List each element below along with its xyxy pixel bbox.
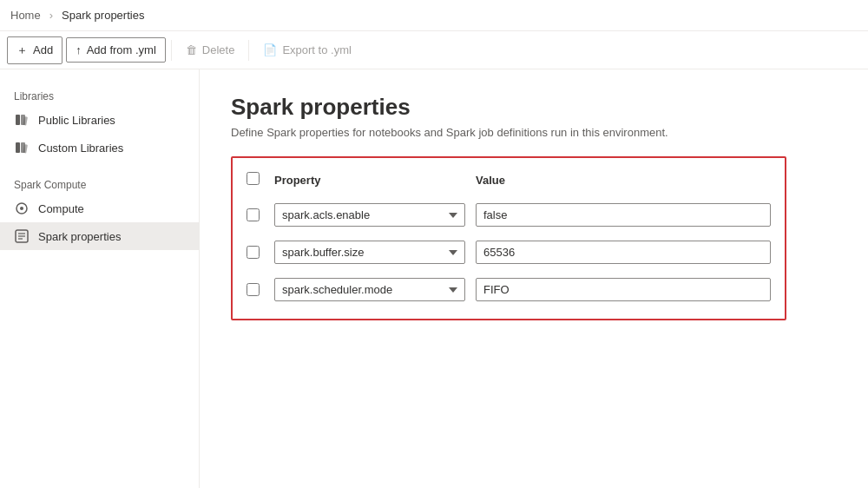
- row-1-checkbox-cell: [247, 208, 264, 221]
- toolbar: ＋ Add ↑ Add from .yml 🗑 Delete 📄 Export …: [0, 31, 868, 69]
- row-3-checkbox[interactable]: [247, 283, 260, 296]
- row-1-checkbox[interactable]: [247, 208, 260, 221]
- compute-icon: [14, 201, 30, 216]
- sidebar-item-compute[interactable]: Compute: [0, 195, 199, 222]
- properties-table: Property Value spark.acls.enable spark.b…: [231, 156, 786, 320]
- libraries-section-label: Libraries: [0, 83, 199, 106]
- row-2-property-cell: spark.acls.enable spark.buffer.size spar…: [274, 241, 465, 264]
- delete-icon: 🗑: [186, 43, 197, 56]
- main-layout: Libraries Public Libraries Custom Librar…: [0, 69, 868, 488]
- sidebar-item-public-libraries[interactable]: Public Libraries: [0, 106, 199, 134]
- sidebar-item-custom-libraries[interactable]: Custom Libraries: [0, 134, 199, 162]
- row-3-value-cell: [476, 278, 771, 301]
- add-button[interactable]: ＋ Add: [7, 36, 62, 64]
- sidebar-item-spark-properties[interactable]: Spark properties: [0, 222, 199, 250]
- row-1-property-cell: spark.acls.enable spark.buffer.size spar…: [274, 203, 465, 227]
- custom-libraries-label: Custom Libraries: [38, 142, 123, 155]
- row-2-value-input[interactable]: [476, 241, 771, 264]
- breadcrumb: Home › Spark properties: [0, 0, 868, 31]
- row-3-checkbox-cell: [247, 283, 264, 296]
- row-2-value-cell: [476, 241, 771, 264]
- column-property-header: Property: [274, 174, 465, 187]
- export-label: Export to .yml: [282, 43, 351, 56]
- breadcrumb-home[interactable]: Home: [10, 9, 41, 22]
- table-row: spark.acls.enable spark.buffer.size spar…: [247, 234, 771, 271]
- add-from-yml-button[interactable]: ↑ Add from .yml: [66, 37, 166, 63]
- spark-compute-section-label: Spark Compute: [0, 172, 199, 195]
- toolbar-separator-2: [248, 40, 249, 61]
- add-from-yml-label: Add from .yml: [87, 43, 156, 56]
- public-libraries-label: Public Libraries: [38, 114, 115, 127]
- toolbar-separator: [171, 40, 172, 61]
- breadcrumb-separator: ›: [49, 9, 53, 22]
- table-row: spark.acls.enable spark.buffer.size spar…: [247, 196, 771, 234]
- export-icon: 📄: [263, 43, 277, 56]
- header-checkbox-spacer: [247, 172, 264, 188]
- delete-label: Delete: [202, 43, 235, 56]
- spark-properties-label: Spark properties: [38, 230, 121, 243]
- export-button[interactable]: 📄 Export to .yml: [254, 38, 359, 62]
- row-2-property-select[interactable]: spark.acls.enable spark.buffer.size spar…: [274, 241, 465, 264]
- public-libraries-icon: [14, 112, 30, 128]
- row-2-checkbox-cell: [247, 246, 264, 259]
- select-all-checkbox[interactable]: [247, 172, 260, 185]
- row-1-value-input[interactable]: [476, 203, 771, 227]
- table-header-row: Property Value: [247, 168, 771, 196]
- row-3-property-select[interactable]: spark.acls.enable spark.buffer.size spar…: [274, 278, 465, 301]
- row-2-checkbox[interactable]: [247, 246, 260, 259]
- delete-button[interactable]: 🗑 Delete: [177, 38, 244, 62]
- svg-rect-0: [16, 115, 20, 125]
- custom-libraries-icon: [14, 140, 30, 155]
- upload-icon: ↑: [76, 43, 82, 56]
- row-1-property-select[interactable]: spark.acls.enable spark.buffer.size spar…: [274, 203, 465, 227]
- row-3-property-cell: spark.acls.enable spark.buffer.size spar…: [274, 278, 465, 301]
- compute-label: Compute: [38, 202, 84, 215]
- add-icon: ＋: [16, 43, 28, 58]
- breadcrumb-current: Spark properties: [62, 9, 144, 22]
- sidebar: Libraries Public Libraries Custom Librar…: [0, 69, 200, 488]
- main-content: Spark properties Define Spark properties…: [200, 69, 868, 488]
- table-row: spark.acls.enable spark.buffer.size spar…: [247, 271, 771, 308]
- svg-rect-3: [16, 142, 20, 153]
- page-title: Spark properties: [231, 94, 837, 121]
- row-3-value-input[interactable]: [476, 278, 771, 301]
- svg-point-7: [20, 207, 23, 210]
- page-subtitle: Define Spark properties for notebooks an…: [231, 126, 837, 139]
- row-1-value-cell: [476, 203, 771, 227]
- column-value-header: Value: [476, 174, 771, 187]
- add-label: Add: [33, 43, 53, 56]
- spark-properties-icon: [14, 228, 30, 244]
